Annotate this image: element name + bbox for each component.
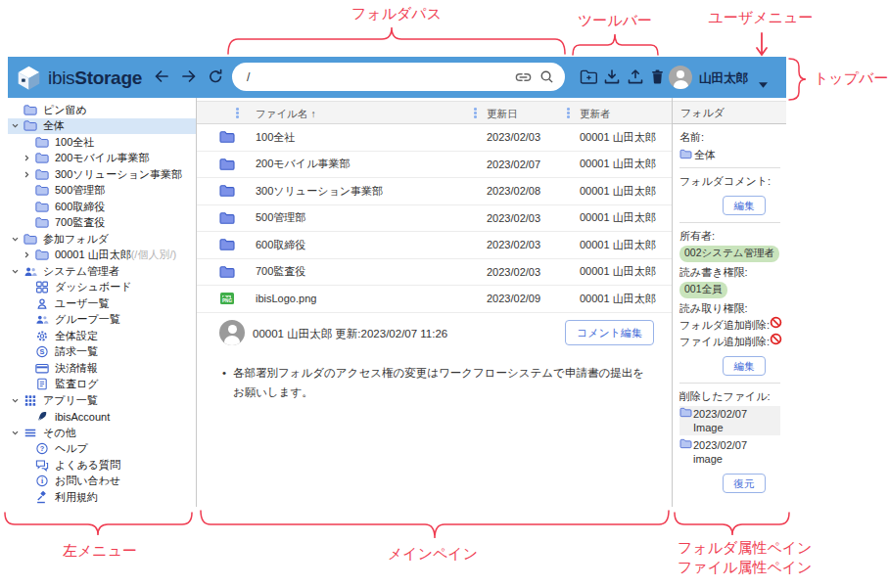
download-icon[interactable] [603, 68, 622, 85]
comment-edit-button[interactable]: コメント編集 [565, 320, 654, 345]
ro-permission-label: 読み取り権限: [679, 301, 780, 316]
sidebar-item[interactable]: 700監査役 [8, 215, 196, 232]
sidebar-item-label: お問い合わせ [55, 474, 120, 488]
sidebar-item[interactable]: システム管理者 [8, 263, 196, 280]
file-updated-date: 2023/02/07 [487, 158, 580, 170]
sidebar-item-label: ダッシュボード [55, 280, 132, 294]
file-row[interactable]: 200モバイル事業部2023/02/0700001 山田太郎 [197, 152, 672, 179]
link-icon[interactable] [514, 69, 534, 85]
chevron-down-icon[interactable] [11, 234, 23, 244]
deleted-file-item[interactable]: 2023/02/07image [679, 437, 780, 467]
menu-icon [23, 427, 38, 439]
permission-edit-button[interactable]: 編集 [723, 356, 766, 376]
upload-icon[interactable] [627, 68, 645, 85]
file-row[interactable]: 300ソリューション事業部2023/02/0800001 山田太郎 [197, 178, 672, 205]
sidebar-item[interactable]: 500管理部 [8, 183, 196, 200]
user-menu-caret-icon[interactable] [759, 74, 768, 80]
folder-icon [35, 201, 50, 213]
file-add-delete-label: ファイル追加削除: [679, 334, 770, 349]
sidebar-item[interactable]: ibisAccount [8, 409, 196, 426]
trash-icon[interactable] [650, 68, 669, 85]
column-handle-icon[interactable] [474, 108, 477, 118]
file-name: 600取締役 [256, 238, 487, 252]
file-row[interactable]: 600取締役2023/02/0300001 山田太郎 [197, 232, 672, 259]
column-updated-by[interactable]: 更新者 [580, 108, 611, 121]
back-icon[interactable] [153, 68, 170, 86]
doc-icon [35, 378, 50, 390]
sidebar-item[interactable]: 参加フォルダ [8, 231, 196, 248]
file-row[interactable]: 100全社2023/02/0300001 山田太郎 [197, 124, 672, 152]
expander-spacer [23, 476, 35, 486]
sidebar-item[interactable]: 利用規約 [8, 489, 196, 506]
sidebar-item[interactable]: ピン留め [8, 102, 196, 118]
refresh-icon[interactable] [208, 68, 225, 86]
deleted-file-name: image [679, 452, 780, 467]
folder-icon [679, 149, 694, 161]
file-row[interactable]: 500管理部2023/02/0300001 山田太郎 [197, 205, 672, 233]
column-handle-icon[interactable] [236, 108, 239, 118]
sidebar-item[interactable]: 600取締役 [8, 199, 196, 215]
folder-path-input[interactable]: / [232, 63, 565, 91]
sidebar-item[interactable]: 300ソリューション事業部 [8, 166, 196, 183]
sidebar-item[interactable]: 全体設定 [8, 328, 196, 344]
sidebar-item-label: グループ一覧 [55, 312, 120, 327]
user-name[interactable]: 山田太郎 [699, 70, 748, 87]
annotation-left-menu: 左メニュー [63, 542, 137, 561]
sidebar-item-label: 監査ログ [55, 377, 99, 391]
brace-toolbar [573, 34, 658, 55]
chevron-down-icon[interactable] [11, 266, 23, 276]
new-folder-icon[interactable] [580, 68, 598, 85]
sidebar-item[interactable]: 00001 山田太郎(/個人別/) [8, 248, 196, 264]
deleted-file-item[interactable]: 2023/02/07Image [679, 406, 780, 435]
top-bar: ibisStorage / 山田太郎 [8, 57, 786, 98]
brace-main-pane [201, 511, 669, 538]
sidebar-item[interactable]: その他 [8, 425, 196, 441]
sidebar-item-label: よくある質問 [55, 458, 120, 473]
sidebar-item-suffix: (/個人別/) [131, 248, 176, 262]
column-handle-icon[interactable] [567, 108, 570, 118]
column-updated-date[interactable]: 更新日 [487, 108, 518, 121]
chevron-down-icon[interactable] [11, 121, 23, 131]
expander-spacer [23, 444, 35, 454]
file-name: 200モバイル事業部 [256, 157, 487, 171]
chevron-right-icon[interactable] [23, 250, 35, 260]
sidebar-item[interactable]: 決済情報 [8, 360, 196, 377]
sidebar-item[interactable]: 100全社 [8, 134, 196, 151]
sidebar-item[interactable]: アプリ一覧 [8, 392, 196, 409]
sidebar-item[interactable]: ユーザ一覧 [8, 295, 196, 312]
sidebar-item[interactable]: ダッシュボード [8, 280, 196, 296]
file-row[interactable]: PNGibisLogo.png2023/02/0900001 山田太郎 [197, 286, 672, 313]
person-icon [35, 297, 50, 310]
prohibited-icon [770, 316, 782, 333]
sidebar-item-label: その他 [43, 426, 76, 440]
sidebar-item[interactable]: 全体 [8, 118, 196, 135]
chevron-down-icon[interactable] [11, 395, 23, 405]
folder-add-delete-label: フォルダ追加削除: [679, 317, 770, 333]
left-menu: ピン留め全体100全社200モバイル事業部300ソリューション事業部500管理部… [8, 98, 197, 507]
chevron-down-icon[interactable] [11, 428, 23, 437]
column-filename[interactable]: ファイル名 ↑ [256, 108, 316, 121]
sidebar-item[interactable]: S請求一覧 [8, 344, 196, 361]
sidebar-item-label: システム管理者 [43, 264, 119, 279]
annotation-user-menu: ユーザメニュー [709, 9, 814, 27]
sidebar-item-label: ユーザ一覧 [55, 296, 110, 311]
sidebar-item[interactable]: よくある質問 [8, 457, 196, 474]
chevron-right-icon[interactable] [23, 154, 35, 163]
file-row[interactable]: 700監査役2023/02/0300001 山田太郎 [197, 259, 672, 287]
restore-button[interactable]: 復元 [723, 474, 766, 493]
comment-edit-button[interactable]: 編集 [723, 196, 766, 215]
expander-spacer [23, 380, 35, 389]
annotation-folder-path: フォルダパス [351, 5, 442, 23]
expander-spacer [23, 202, 35, 211]
sidebar-item[interactable]: ?ヘルプ [8, 441, 196, 458]
brace-top-bar [789, 59, 806, 100]
chevron-right-icon[interactable] [23, 169, 35, 179]
sidebar-item[interactable]: グループ一覧 [8, 312, 196, 329]
sidebar-item[interactable]: 監査ログ [8, 377, 196, 393]
deleted-file-date: 2023/02/07 [693, 408, 747, 420]
forward-icon[interactable] [180, 68, 198, 86]
sidebar-item[interactable]: 200モバイル事業部 [8, 151, 196, 167]
user-avatar[interactable] [669, 66, 692, 89]
search-icon[interactable] [539, 69, 559, 85]
sidebar-item[interactable]: iお問い合わせ [8, 474, 196, 490]
